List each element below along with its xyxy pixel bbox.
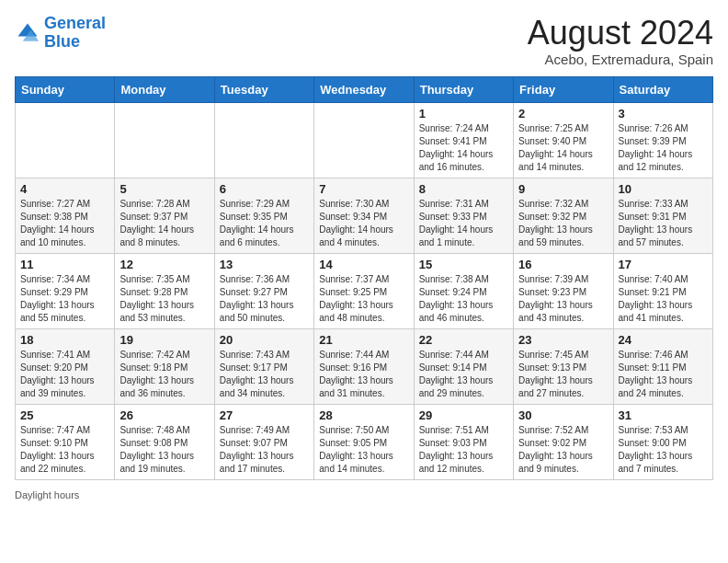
day-info: Sunrise: 7:44 AM Sunset: 9:14 PM Dayligh… [419, 349, 508, 400]
day-info: Sunrise: 7:29 AM Sunset: 9:35 PM Dayligh… [220, 198, 309, 249]
day-number: 21 [319, 333, 408, 347]
day-number: 14 [319, 258, 408, 271]
table-row: 10Sunrise: 7:33 AM Sunset: 9:31 PM Dayli… [613, 178, 712, 253]
day-info: Sunrise: 7:34 AM Sunset: 9:29 PM Dayligh… [20, 273, 109, 325]
day-info: Sunrise: 7:50 AM Sunset: 9:05 PM Dayligh… [319, 424, 408, 476]
day-number: 25 [20, 408, 109, 422]
day-info: Sunrise: 7:37 AM Sunset: 9:25 PM Dayligh… [319, 273, 408, 325]
table-row: 4Sunrise: 7:27 AM Sunset: 9:38 PM Daylig… [16, 178, 115, 253]
table-row: 13Sunrise: 7:36 AM Sunset: 9:27 PM Dayli… [214, 253, 313, 328]
day-info: Sunrise: 7:28 AM Sunset: 9:37 PM Dayligh… [119, 198, 209, 249]
day-number: 23 [518, 333, 608, 347]
day-number: 2 [518, 107, 608, 121]
day-number: 1 [419, 107, 508, 121]
calendar-table: Sunday Monday Tuesday Wednesday Thursday… [15, 76, 713, 480]
day-info: Sunrise: 7:41 AM Sunset: 9:20 PM Dayligh… [20, 349, 109, 400]
day-info: Sunrise: 7:32 AM Sunset: 9:32 PM Dayligh… [518, 198, 608, 249]
day-number: 9 [518, 182, 608, 196]
table-row: 31Sunrise: 7:53 AM Sunset: 9:00 PM Dayli… [613, 404, 712, 479]
table-row: 19Sunrise: 7:42 AM Sunset: 9:18 PM Dayli… [115, 328, 214, 404]
day-number: 19 [119, 333, 209, 347]
calendar-week-row: 1Sunrise: 7:24 AM Sunset: 9:41 PM Daylig… [16, 102, 713, 178]
table-row: 5Sunrise: 7:28 AM Sunset: 9:37 PM Daylig… [115, 178, 214, 253]
day-number: 15 [419, 258, 508, 271]
day-number: 8 [419, 182, 508, 196]
day-number: 27 [220, 408, 309, 422]
day-info: Sunrise: 7:30 AM Sunset: 9:34 PM Dayligh… [319, 198, 408, 249]
day-number: 22 [419, 333, 508, 347]
table-row: 30Sunrise: 7:52 AM Sunset: 9:02 PM Dayli… [514, 404, 613, 479]
table-row: 28Sunrise: 7:50 AM Sunset: 9:05 PM Dayli… [314, 404, 414, 479]
table-row: 9Sunrise: 7:32 AM Sunset: 9:32 PM Daylig… [514, 178, 613, 253]
day-number: 29 [419, 408, 508, 422]
table-row [115, 102, 214, 178]
calendar-week-row: 25Sunrise: 7:47 AM Sunset: 9:10 PM Dayli… [16, 404, 713, 479]
logo-text: GeneralBlue [44, 15, 106, 52]
day-info: Sunrise: 7:27 AM Sunset: 9:38 PM Dayligh… [20, 198, 109, 249]
day-info: Sunrise: 7:48 AM Sunset: 9:08 PM Dayligh… [119, 424, 209, 476]
table-row: 25Sunrise: 7:47 AM Sunset: 9:10 PM Dayli… [16, 404, 115, 479]
col-sunday: Sunday [16, 76, 115, 102]
table-row: 18Sunrise: 7:41 AM Sunset: 9:20 PM Dayli… [16, 328, 115, 404]
day-info: Sunrise: 7:49 AM Sunset: 9:07 PM Dayligh… [220, 424, 309, 476]
calendar-week-row: 18Sunrise: 7:41 AM Sunset: 9:20 PM Dayli… [16, 328, 713, 404]
day-number: 5 [119, 182, 209, 196]
col-monday: Monday [115, 76, 214, 102]
day-info: Sunrise: 7:26 AM Sunset: 9:39 PM Dayligh… [619, 122, 708, 174]
calendar-header-row: Sunday Monday Tuesday Wednesday Thursday… [16, 76, 713, 102]
table-row: 7Sunrise: 7:30 AM Sunset: 9:34 PM Daylig… [314, 178, 414, 253]
table-row: 2Sunrise: 7:25 AM Sunset: 9:40 PM Daylig… [514, 102, 613, 178]
page-header: GeneralBlue August 2024 Acebo, Extremadu… [15, 15, 713, 67]
day-number: 20 [220, 333, 309, 347]
calendar-week-row: 4Sunrise: 7:27 AM Sunset: 9:38 PM Daylig… [16, 178, 713, 253]
day-info: Sunrise: 7:25 AM Sunset: 9:40 PM Dayligh… [518, 122, 608, 174]
table-row: 17Sunrise: 7:40 AM Sunset: 9:21 PM Dayli… [613, 253, 712, 328]
day-number: 17 [619, 258, 708, 271]
footer: Daylight hours [15, 489, 713, 500]
table-row: 20Sunrise: 7:43 AM Sunset: 9:17 PM Dayli… [214, 328, 313, 404]
day-number: 30 [518, 408, 608, 422]
day-info: Sunrise: 7:51 AM Sunset: 9:03 PM Dayligh… [419, 424, 508, 476]
table-row: 8Sunrise: 7:31 AM Sunset: 9:33 PM Daylig… [414, 178, 513, 253]
logo-icon [15, 20, 40, 46]
day-number: 24 [619, 333, 708, 347]
table-row: 21Sunrise: 7:44 AM Sunset: 9:16 PM Dayli… [314, 328, 414, 404]
col-tuesday: Tuesday [214, 76, 313, 102]
table-row [314, 102, 414, 178]
day-number: 6 [220, 182, 309, 196]
col-friday: Friday [514, 76, 613, 102]
table-row: 27Sunrise: 7:49 AM Sunset: 9:07 PM Dayli… [214, 404, 313, 479]
day-number: 18 [20, 333, 109, 347]
day-number: 28 [319, 408, 408, 422]
col-saturday: Saturday [613, 76, 712, 102]
table-row: 15Sunrise: 7:38 AM Sunset: 9:24 PM Dayli… [414, 253, 513, 328]
day-info: Sunrise: 7:39 AM Sunset: 9:23 PM Dayligh… [518, 273, 608, 325]
table-row [214, 102, 313, 178]
day-info: Sunrise: 7:45 AM Sunset: 9:13 PM Dayligh… [518, 349, 608, 400]
day-info: Sunrise: 7:52 AM Sunset: 9:02 PM Dayligh… [518, 424, 608, 476]
table-row: 6Sunrise: 7:29 AM Sunset: 9:35 PM Daylig… [214, 178, 313, 253]
day-number: 16 [518, 258, 608, 271]
day-number: 12 [119, 258, 209, 271]
day-number: 26 [119, 408, 209, 422]
col-wednesday: Wednesday [314, 76, 414, 102]
table-row: 11Sunrise: 7:34 AM Sunset: 9:29 PM Dayli… [16, 253, 115, 328]
table-row: 22Sunrise: 7:44 AM Sunset: 9:14 PM Dayli… [414, 328, 513, 404]
day-info: Sunrise: 7:40 AM Sunset: 9:21 PM Dayligh… [619, 273, 708, 325]
title-block: August 2024 Acebo, Extremadura, Spain [528, 15, 713, 67]
day-number: 11 [20, 258, 109, 271]
day-number: 13 [220, 258, 309, 271]
table-row: 16Sunrise: 7:39 AM Sunset: 9:23 PM Dayli… [514, 253, 613, 328]
day-info: Sunrise: 7:43 AM Sunset: 9:17 PM Dayligh… [220, 349, 309, 400]
day-number: 3 [619, 107, 708, 121]
table-row: 26Sunrise: 7:48 AM Sunset: 9:08 PM Dayli… [115, 404, 214, 479]
day-info: Sunrise: 7:33 AM Sunset: 9:31 PM Dayligh… [619, 198, 708, 249]
logo: GeneralBlue [15, 15, 106, 52]
day-info: Sunrise: 7:47 AM Sunset: 9:10 PM Dayligh… [20, 424, 109, 476]
day-info: Sunrise: 7:46 AM Sunset: 9:11 PM Dayligh… [619, 349, 708, 400]
day-info: Sunrise: 7:35 AM Sunset: 9:28 PM Dayligh… [119, 273, 209, 325]
table-row: 3Sunrise: 7:26 AM Sunset: 9:39 PM Daylig… [613, 102, 712, 178]
day-number: 7 [319, 182, 408, 196]
month-year: August 2024 [528, 15, 713, 52]
day-info: Sunrise: 7:42 AM Sunset: 9:18 PM Dayligh… [119, 349, 209, 400]
